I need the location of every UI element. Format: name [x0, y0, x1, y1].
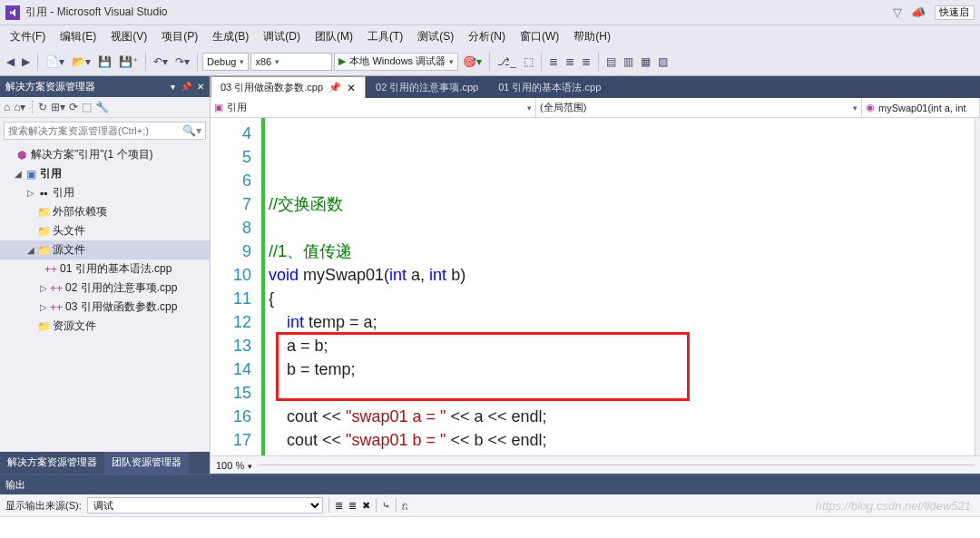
code-line[interactable]: //交换函数	[269, 192, 967, 216]
save-all-icon[interactable]: 💾⁺	[116, 54, 141, 70]
editor-statusbar: 100 %▾	[211, 455, 980, 474]
forward-icon[interactable]: ▶	[19, 54, 33, 70]
code-line[interactable]: cout << "swap01 a = " << a << endl;	[269, 405, 967, 428]
new-file-icon[interactable]: 📄▾	[43, 54, 67, 70]
home-icon[interactable]: ⌂	[4, 101, 10, 113]
code-line[interactable]: //1、值传递	[269, 240, 967, 263]
menu-5[interactable]: 调试(D)	[257, 26, 307, 47]
pin-icon[interactable]: 📌	[328, 82, 341, 93]
menu-11[interactable]: 帮助(H)	[567, 26, 617, 47]
out-icon-5[interactable]: ⎌	[402, 500, 408, 511]
out-icon-1[interactable]: ≣	[335, 500, 343, 512]
menu-1[interactable]: 编辑(E)	[54, 26, 103, 47]
out-icon-4[interactable]: ⤷	[382, 500, 390, 512]
tree-headers[interactable]: 📁头文件	[0, 221, 210, 240]
dropdown-icon[interactable]: ▾	[171, 82, 175, 92]
code-line[interactable]: int temp = a;	[269, 310, 967, 334]
nav-scope-dropdown[interactable]: ▣引用▾	[211, 98, 536, 117]
tool-icon-4[interactable]: ≣	[563, 54, 577, 70]
tool-icon-3[interactable]: ≣	[546, 54, 561, 70]
tab-team-explorer[interactable]: 团队资源管理器	[104, 452, 189, 474]
output-source-dropdown[interactable]: 调试	[87, 497, 323, 514]
config-dropdown[interactable]: Debug▾	[202, 53, 249, 71]
tool-icon-1[interactable]: ⎇_	[495, 54, 519, 70]
code-line[interactable]: {	[269, 287, 967, 310]
solution-search[interactable]: 🔍▾	[4, 122, 206, 140]
scrollbar-track[interactable]	[975, 118, 980, 455]
code-line[interactable]: cout << "swap01 b = " << b << endl;	[269, 428, 967, 452]
open-icon[interactable]: 📂▾	[69, 54, 93, 70]
properties-icon[interactable]: 🔧	[95, 101, 109, 113]
feedback-icon[interactable]: 📣	[911, 5, 926, 19]
window-title: 引用 - Microsoft Visual Studio	[25, 5, 168, 20]
zoom-dropdown[interactable]: 100 %▾	[216, 460, 252, 471]
tree-sources[interactable]: ◢📁源文件	[0, 240, 210, 259]
tree-file-0[interactable]: ++01 引用的基本语法.cpp	[0, 259, 210, 279]
vs-logo-icon	[5, 5, 20, 20]
menu-2[interactable]: 视图(V)	[104, 26, 153, 47]
tree-external[interactable]: 📁外部依赖项	[0, 202, 210, 221]
showall-icon[interactable]: ⬚	[82, 101, 92, 113]
code-line[interactable]: }	[269, 452, 967, 455]
platform-dropdown[interactable]: x86▾	[250, 53, 332, 71]
sidebar-bottom-tabs: 解决方案资源管理器 团队资源管理器	[0, 452, 210, 474]
code-line[interactable]: b = temp;	[269, 357, 967, 381]
tool-icon-6[interactable]: ▤	[603, 54, 619, 70]
file-tab-3[interactable]: 01 引用的基本语法.cpp	[488, 76, 611, 98]
nav-member-dropdown[interactable]: ◉mySwap01(int a, int	[862, 98, 980, 117]
scope-icon[interactable]: ⊞▾	[51, 101, 65, 113]
menu-8[interactable]: 测试(S)	[411, 26, 460, 47]
tool-icon-9[interactable]: ▧	[655, 54, 671, 70]
tree-file-1[interactable]: ▷++02 引用的注意事项.cpp	[0, 279, 210, 298]
menu-3[interactable]: 项目(P)	[155, 26, 204, 47]
menu-bar: 文件(F)编辑(E)视图(V)项目(P)生成(B)调试(D)团队(M)工具(T)…	[0, 25, 980, 47]
solution-search-input[interactable]	[8, 125, 182, 136]
menu-6[interactable]: 团队(M)	[309, 26, 359, 47]
refresh-icon[interactable]: ⟳	[69, 101, 78, 113]
out-icon-2[interactable]: ≣	[348, 500, 357, 512]
tree-refs[interactable]: ▷▪▪引用	[0, 183, 210, 202]
file-tab-2[interactable]: 02 引用的注意事项.cpp	[366, 76, 488, 98]
code-content[interactable]: //交换函数 //1、值传递void mySwap01(int a, int b…	[261, 118, 975, 455]
tool-icon-5[interactable]: ≣	[579, 54, 593, 70]
code-line[interactable]	[269, 381, 967, 405]
pin-icon[interactable]: 📌	[181, 82, 191, 92]
code-line[interactable]	[269, 216, 967, 240]
close-icon[interactable]: ✕	[197, 82, 204, 92]
sync-icon[interactable]: ↻	[38, 101, 47, 113]
save-icon[interactable]: 💾	[95, 54, 114, 70]
start-debug-button[interactable]: ▶本地 Windows 调试器 ▾	[334, 53, 458, 71]
home-dd-icon[interactable]: ⌂▾	[14, 101, 25, 113]
out-icon-3[interactable]: ✖	[362, 500, 370, 512]
undo-icon[interactable]: ↶▾	[151, 54, 171, 70]
solution-explorer-title: 解决方案资源管理器 ▾ 📌 ✕	[0, 76, 210, 97]
nav-global-dropdown[interactable]: (全局范围)▾	[536, 98, 862, 117]
code-line[interactable]: a = b;	[269, 334, 967, 357]
tree-project[interactable]: ◢▣引用	[0, 164, 210, 183]
close-icon[interactable]: ✕	[347, 82, 356, 94]
tree-solution[interactable]: ⬢解决方案"引用"(1 个项目)	[0, 145, 210, 164]
menu-0[interactable]: 文件(F)	[4, 26, 52, 47]
search-icon[interactable]: 🔍▾	[182, 124, 201, 137]
code-line[interactable]: void mySwap01(int a, int b)	[269, 263, 967, 287]
menu-10[interactable]: 窗口(W)	[514, 26, 565, 47]
tool-icon-8[interactable]: ▦	[638, 54, 653, 70]
title-bar: 引用 - Microsoft Visual Studio ▽ 📣	[0, 0, 980, 25]
menu-4[interactable]: 生成(B)	[206, 26, 255, 47]
notify-icon[interactable]: ▽	[893, 5, 902, 19]
redo-icon[interactable]: ↷▾	[172, 54, 192, 70]
menu-7[interactable]: 工具(T)	[361, 26, 409, 47]
file-tab-active[interactable]: 03 引用做函数参数.cpp📌✕	[211, 76, 366, 98]
back-icon[interactable]: ◀	[4, 54, 17, 70]
tree-file-2[interactable]: ▷++03 引用做函数参数.cpp	[0, 298, 210, 317]
tool-icon-2[interactable]: ⬚	[521, 54, 536, 70]
output-panel: 输出 显示输出来源(S): 调试 ≣ ≣ ✖ ⤷ ⎌	[0, 474, 980, 517]
code-editor[interactable]: 45678910111213141516171819 //交换函数 //1、值传…	[211, 118, 980, 455]
quick-launch-input[interactable]	[935, 5, 975, 20]
output-toolbar: 显示输出来源(S): 调试 ≣ ≣ ✖ ⤷ ⎌	[0, 494, 980, 517]
attach-icon[interactable]: 🎯▾	[460, 54, 485, 70]
menu-9[interactable]: 分析(N)	[462, 26, 512, 47]
tree-resources[interactable]: 📁资源文件	[0, 317, 210, 336]
tab-solution-explorer[interactable]: 解决方案资源管理器	[0, 452, 104, 474]
tool-icon-7[interactable]: ▥	[621, 54, 636, 70]
